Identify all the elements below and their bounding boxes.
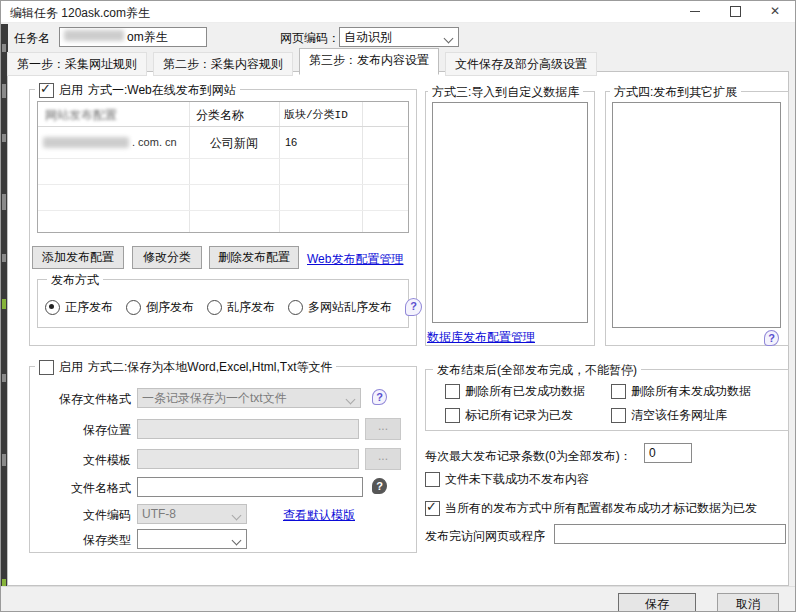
- method1-header: ✓ 启用 方式一:Web在线发布到网站: [35, 82, 240, 99]
- radio-icon: [288, 300, 303, 315]
- encoding-select[interactable]: 自动识别: [339, 27, 459, 47]
- redacted-task-name: [64, 30, 124, 41]
- max-records-label: 每次最大发布记录条数(0为全部发布)：: [425, 448, 632, 465]
- radio-reverse-order[interactable]: 倒序发布: [126, 299, 194, 316]
- method2-enable-label: 启用: [59, 359, 83, 376]
- method4-help-icon[interactable]: ?: [764, 330, 779, 346]
- save-button[interactable]: 保存: [618, 593, 696, 612]
- checkbox-icon: ✓: [425, 501, 440, 516]
- checkbox-delete-unpublished[interactable]: ✓ 删除所有未发成功数据: [611, 383, 751, 400]
- after-publish-title: 发布结束后(全部发布完成，不能暂停): [433, 362, 641, 379]
- delete-publish-config-button[interactable]: 删除发布配置: [209, 246, 299, 269]
- checkbox-skip-undownloaded[interactable]: ✓ 文件未下载成功不发布内容: [425, 471, 589, 488]
- step-tabs: 第一步：采集网址规则 第二步：采集内容规则 第三步：发布内容设置 文件保存及部分…: [7, 49, 597, 76]
- tab-step2-content-rules[interactable]: 第二步：采集内容规则: [153, 52, 293, 76]
- chevron-down-icon: [346, 395, 356, 405]
- close-icon: ✕: [770, 4, 780, 18]
- save-location-label: 保存位置: [43, 422, 131, 439]
- checkbox-icon: ✓: [445, 384, 460, 399]
- site-cell: . com. cn: [132, 136, 177, 148]
- chevron-down-icon: [232, 511, 242, 521]
- filename-format-input[interactable]: [137, 477, 363, 497]
- method2-header: ✓ 启用 方式二:保存为本地Word,Excel,Html,Txt等文件: [35, 359, 336, 376]
- method3-title: 方式三:导入到自定义数据库: [428, 84, 583, 101]
- minimize-button[interactable]: [675, 1, 715, 23]
- chevron-down-icon: [444, 34, 454, 44]
- radio-random-order[interactable]: 乱序发布: [207, 299, 275, 316]
- max-records-input[interactable]: 0: [644, 443, 692, 463]
- radio-icon: [126, 300, 141, 315]
- save-type-label: 保存类型: [43, 532, 131, 549]
- save-format-label: 保存文件格式: [43, 391, 131, 408]
- publish-mode-options: 正序发布 倒序发布 乱序发布 多网站乱序发布 ?: [45, 298, 422, 316]
- file-encoding-label: 文件编码: [43, 507, 131, 524]
- file-template-input: [137, 449, 359, 469]
- tab-step3-publish-settings[interactable]: 第三步：发布内容设置: [299, 48, 439, 75]
- method1-enable-checkbox[interactable]: ✓: [39, 83, 54, 98]
- edit-category-button[interactable]: 修改分类: [132, 246, 202, 269]
- filename-format-label: 文件名格式: [43, 480, 131, 497]
- table-header-id[interactable]: 版块/分类ID: [284, 107, 348, 122]
- radio-icon: [45, 300, 60, 315]
- checkbox-icon: ✓: [611, 408, 626, 423]
- add-publish-config-button[interactable]: 添加发布配置: [32, 246, 124, 269]
- other-extension-list[interactable]: [612, 102, 781, 328]
- post-publish-url-label: 发布完访问网页或程序: [425, 528, 545, 545]
- save-location-input: [137, 419, 359, 439]
- radio-multisite-random-order[interactable]: 多网站乱序发布: [288, 299, 392, 316]
- redacted-site-name: [43, 137, 129, 148]
- file-template-browse-button: ...: [365, 448, 401, 470]
- publish-mode-help-icon[interactable]: ?: [405, 298, 422, 316]
- save-format-select: 一条记录保存为一个txt文件: [137, 388, 361, 408]
- tab-file-save-advanced[interactable]: 文件保存及部分高级设置: [445, 52, 597, 76]
- save-type-select[interactable]: [137, 529, 247, 549]
- method2-title: 方式二:保存为本地Word,Excel,Html,Txt等文件: [88, 359, 332, 376]
- radio-forward-order[interactable]: 正序发布: [45, 299, 113, 316]
- web-publish-config-manage-link[interactable]: Web发布配置管理: [307, 251, 403, 268]
- publish-mode-title: 发布方式: [47, 272, 103, 289]
- method2-enable-checkbox[interactable]: ✓: [39, 360, 54, 375]
- view-default-template-link[interactable]: 查看默认模版: [283, 507, 355, 524]
- task-name-label: 任务名: [14, 30, 50, 47]
- file-template-label: 文件模板: [43, 452, 131, 469]
- chevron-down-icon: [232, 536, 242, 546]
- custom-database-list[interactable]: [432, 102, 588, 323]
- tab-step1-url-rules[interactable]: 第一步：采集网址规则: [7, 52, 147, 76]
- checkbox-mark-success-all-configs[interactable]: ✓ 当所有的发布方式中所有配置都发布成功才标记数据为已发: [425, 500, 757, 517]
- post-publish-url-input[interactable]: [554, 524, 786, 544]
- checkbox-mark-all-published[interactable]: ✓ 标记所有记录为已发: [445, 407, 573, 424]
- window-title: 编辑任务 120ask.com养生: [10, 5, 150, 22]
- maximize-icon: [730, 6, 741, 17]
- checkbox-icon: ✓: [425, 472, 440, 487]
- table-row[interactable]: . com. cn 公司新闻 16: [38, 130, 409, 156]
- method1-enable-label: 启用: [59, 82, 83, 99]
- minimize-icon: [690, 11, 700, 12]
- close-button[interactable]: ✕: [755, 1, 795, 23]
- task-name-input[interactable]: om养生: [59, 27, 207, 47]
- edit-task-dialog: 编辑任务 120ask.com养生 ✕ 任务名 om养生 网页编码： 自动识别 …: [0, 0, 796, 612]
- filename-format-help-icon[interactable]: ?: [372, 478, 387, 494]
- checkbox-icon: ✓: [445, 408, 460, 423]
- save-location-browse-button: ...: [365, 418, 401, 440]
- category-cell: 公司新闻: [210, 135, 258, 152]
- cancel-button[interactable]: 取消: [717, 593, 779, 612]
- id-cell: 16: [285, 136, 297, 148]
- publish-config-table: 网站发布配置 分类名称 版块/分类ID . com. cn 公司新闻 16: [37, 101, 409, 233]
- method4-title: 方式四:发布到其它扩展: [610, 84, 741, 101]
- checkbox-delete-published[interactable]: ✓ 删除所有已发成功数据: [445, 383, 585, 400]
- table-header-category[interactable]: 分类名称: [196, 107, 244, 124]
- checkbox-icon: ✓: [611, 384, 626, 399]
- checkbox-clear-url-library[interactable]: ✓ 清空该任务网址库: [611, 407, 727, 424]
- save-format-help-icon[interactable]: ?: [372, 389, 387, 405]
- method1-title: 方式一:Web在线发布到网站: [88, 82, 236, 99]
- radio-icon: [207, 300, 222, 315]
- file-encoding-select: UTF-8: [137, 504, 247, 524]
- table-header-site[interactable]: 网站发布配置: [45, 107, 117, 124]
- database-publish-config-manage-link[interactable]: 数据库发布配置管理: [427, 329, 535, 346]
- maximize-button[interactable]: [715, 1, 755, 23]
- encoding-label: 网页编码：: [280, 30, 340, 47]
